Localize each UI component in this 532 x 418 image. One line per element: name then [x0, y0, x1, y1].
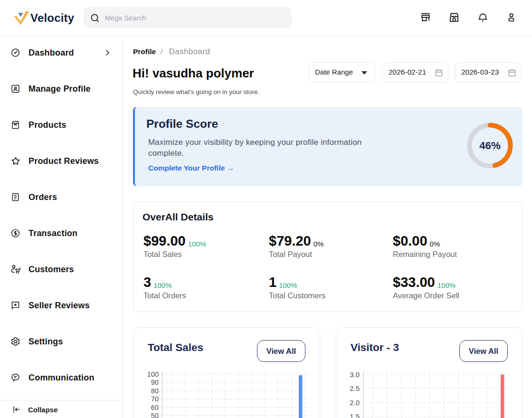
svg-text:80: 80	[151, 387, 159, 395]
svg-text:3.0: 3.0	[350, 370, 360, 379]
svg-text:70: 70	[151, 395, 159, 403]
svg-text:100: 100	[147, 370, 159, 378]
svg-text:60: 60	[151, 404, 159, 411]
svg-text:1.5: 1.5	[350, 412, 360, 418]
svg-text:2.5: 2.5	[350, 384, 360, 392]
svg-text:2.0: 2.0	[350, 399, 360, 407]
svg-text:90: 90	[151, 379, 159, 386]
svg-text:50: 50	[151, 412, 159, 418]
